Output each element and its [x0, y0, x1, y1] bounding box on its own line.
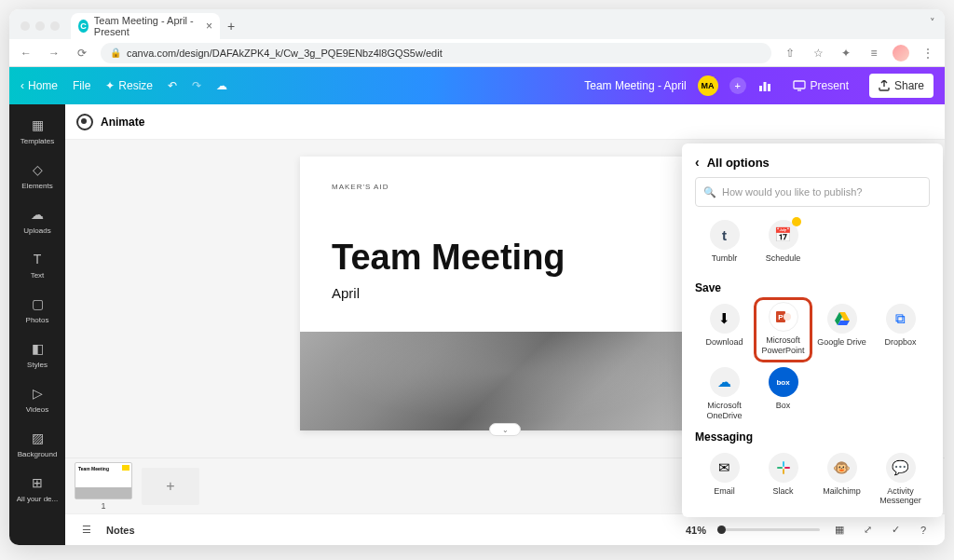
rail-elements[interactable]: ◇Elements: [9, 157, 65, 194]
context-toolbar: Animate: [65, 104, 945, 140]
box-icon: box: [769, 367, 798, 397]
new-tab-button[interactable]: +: [227, 19, 235, 34]
reload-button[interactable]: ⟳: [73, 47, 91, 60]
cloud-sync-icon[interactable]: ☁: [216, 79, 227, 92]
google-drive-icon: [827, 304, 857, 334]
mailchimp-icon: 🐵: [827, 453, 857, 483]
activity-messenger-icon: 💬: [886, 453, 916, 483]
check-icon[interactable]: ✓: [887, 524, 904, 536]
publish-search-input[interactable]: 🔍 How would you like to publish?: [695, 177, 930, 207]
option-onedrive[interactable]: ☁ Microsoft OneDrive: [695, 363, 754, 425]
tab-title: Team Meeting - April - Present: [94, 15, 200, 37]
option-microsoft-powerpoint[interactable]: P Microsoft PowerPoint: [754, 297, 812, 362]
share-arrow-icon: [879, 80, 890, 91]
panel-back-button[interactable]: ‹: [695, 155, 700, 170]
rail-photos[interactable]: ▢Photos: [9, 291, 65, 328]
list-icon[interactable]: ≡: [865, 47, 883, 60]
onedrive-icon: ☁: [710, 367, 740, 397]
rail-uploads[interactable]: ☁Uploads: [9, 201, 65, 239]
notes-button[interactable]: Notes: [106, 525, 135, 536]
slide-subtitle[interactable]: April: [332, 285, 678, 301]
add-page-button[interactable]: +: [142, 468, 199, 505]
forward-button[interactable]: →: [45, 47, 63, 60]
cell-label: Mailchimp: [823, 486, 861, 505]
present-icon: [793, 79, 806, 92]
cell-label: Microsoft OneDrive: [695, 401, 754, 421]
share-label: Share: [894, 79, 924, 92]
cell-label: Slack: [772, 486, 793, 505]
search-icon: 🔍: [703, 186, 716, 198]
option-email[interactable]: ✉ Email: [695, 449, 754, 511]
option-mailchimp[interactable]: 🐵 Mailchimp: [812, 449, 871, 511]
bookmark-icon[interactable]: ☆: [809, 47, 827, 60]
grid-view-icon[interactable]: ▦: [831, 524, 848, 536]
rail-label: Styles: [27, 361, 48, 369]
slide-title[interactable]: Team Meeting: [332, 238, 678, 278]
home-label: Home: [28, 79, 58, 92]
page-thumbnail[interactable]: Team Meeting: [75, 462, 132, 499]
option-download[interactable]: ⬇ Download: [695, 300, 754, 360]
file-menu[interactable]: File: [73, 79, 90, 92]
rail-label: Elements: [21, 182, 52, 190]
present-button[interactable]: Present: [784, 75, 858, 97]
slide-page[interactable]: MAKER'S AID Team Meeting April 01. ⌄: [300, 157, 710, 430]
mac-max-dot[interactable]: [50, 21, 60, 31]
cell-label: Google Drive: [817, 337, 866, 356]
resize-button[interactable]: ✦ Resize: [105, 79, 153, 92]
svg-rect-3: [794, 81, 805, 89]
slide-hero-image[interactable]: [300, 332, 710, 430]
page-expand-handle[interactable]: ⌄: [489, 423, 521, 436]
rail-background[interactable]: ▨Background: [9, 425, 65, 462]
share-button[interactable]: Share: [869, 74, 934, 98]
cell-label: Download: [705, 337, 743, 356]
slack-icon: [769, 453, 798, 483]
side-rail: ▦Templates ◇Elements ☁Uploads TText ▢Pho…: [9, 104, 65, 545]
option-dropbox[interactable]: ⧉ Dropbox: [871, 300, 930, 360]
upload-icon[interactable]: ⇧: [781, 47, 799, 60]
mac-close-dot[interactable]: [20, 21, 30, 31]
option-tumblr[interactable]: t Tumblr: [695, 216, 754, 276]
document-title[interactable]: Team Meeting - April: [584, 79, 686, 92]
search-placeholder: How would you like to publish?: [722, 186, 862, 198]
rail-styles[interactable]: ◧Styles: [9, 335, 65, 373]
close-tab-icon[interactable]: ×: [206, 20, 212, 33]
download-icon: ⬇: [710, 304, 740, 334]
option-schedule[interactable]: 📅 Schedule: [754, 216, 812, 276]
mac-min-dot[interactable]: [35, 21, 45, 31]
animate-button[interactable]: Animate: [101, 116, 144, 129]
option-activity-messenger[interactable]: 💬 Activity Messenger: [871, 449, 930, 511]
rail-templates[interactable]: ▦Templates: [9, 112, 65, 149]
user-avatar[interactable]: MA: [698, 75, 718, 96]
rail-label: Uploads: [23, 226, 50, 235]
zoom-slider[interactable]: [717, 528, 820, 531]
kebab-menu-icon[interactable]: ⋮: [919, 47, 937, 60]
section-messaging: Messaging: [695, 430, 930, 444]
rail-videos[interactable]: ▷Videos: [9, 380, 65, 417]
thumb-wrapper[interactable]: Team Meeting 1: [75, 462, 132, 511]
add-collaborator-button[interactable]: +: [729, 77, 746, 94]
canva-favicon-icon: C: [78, 20, 89, 33]
rail-text[interactable]: TText: [9, 246, 65, 283]
option-slack[interactable]: Slack: [754, 449, 812, 511]
rail-label: Templates: [20, 137, 54, 145]
back-button[interactable]: ←: [17, 47, 35, 60]
thumb-image: [75, 487, 131, 499]
undo-button[interactable]: ↶: [168, 79, 177, 92]
cell-label: Activity Messenger: [871, 486, 930, 507]
option-box[interactable]: box Box: [754, 363, 812, 425]
help-icon[interactable]: ?: [915, 525, 932, 536]
option-google-drive[interactable]: Google Drive: [812, 300, 871, 360]
tab-overflow-icon[interactable]: ˅: [930, 17, 935, 29]
home-button[interactable]: ‹ Home: [20, 79, 58, 92]
svg-rect-7: [783, 461, 784, 467]
photos-icon: ▢: [28, 294, 47, 313]
address-bar[interactable]: 🔒 canva.com/design/DAFAkZPK4_k/Cw_3g_PQE…: [101, 43, 771, 63]
profile-avatar-icon[interactable]: [893, 45, 909, 61]
rail-label: Photos: [26, 316, 49, 324]
redo-button[interactable]: ↷: [192, 79, 201, 92]
browser-tab[interactable]: C Team Meeting - April - Present ×: [71, 13, 220, 39]
insights-button[interactable]: [757, 78, 772, 93]
fullscreen-icon[interactable]: ⤢: [859, 524, 876, 536]
extensions-icon[interactable]: ✦: [837, 47, 855, 60]
rail-apps[interactable]: ⊞All your de...: [9, 470, 65, 507]
